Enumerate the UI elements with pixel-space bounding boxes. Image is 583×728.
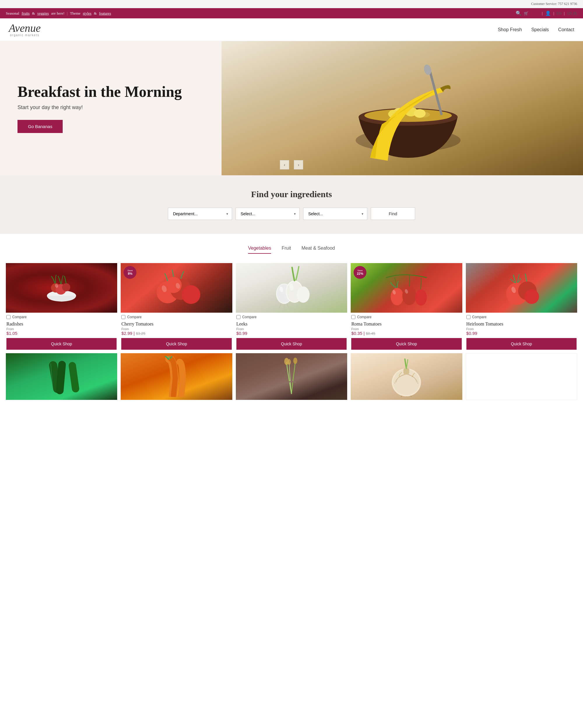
product-tabs: Vegetables Fruit Meat & Seafood (6, 245, 577, 254)
product-card-radishes: Compare Radishes From $1.05 Quick Shop (6, 263, 117, 350)
svg-rect-41 (68, 362, 80, 393)
department-select[interactable]: Department... (168, 208, 232, 220)
search-icon: 🔍 (516, 11, 522, 16)
find-button[interactable]: Find (371, 207, 415, 220)
roma-tomatoes-compare-checkbox[interactable] (351, 315, 355, 319)
heirloom-tomatoes-price: $0.99 (466, 331, 577, 336)
cherry-tomatoes-price: $2.99 | $3.25 (121, 331, 231, 336)
separator3: | (553, 11, 554, 16)
product-card-carrots (121, 353, 232, 400)
heirloom-tomatoes-from: From (466, 327, 577, 331)
select1[interactable]: Select... (235, 208, 300, 220)
ingredients-form: Department... Select... Select... Find (9, 207, 574, 220)
leeks-svg (271, 266, 312, 310)
cherry-tomatoes-compare-label: Compare (127, 315, 141, 319)
leeks-compare: Compare (237, 313, 346, 320)
promo-bar: Seasonal fruits & veggies are here! | Th… (0, 8, 583, 18)
radishes-compare-checkbox[interactable] (6, 315, 10, 319)
user-icon: 👤 (545, 11, 551, 16)
radishes-from: From (6, 327, 117, 331)
cucumbers-bg (6, 353, 117, 400)
cherry-tomatoes-compare-checkbox[interactable] (121, 315, 126, 319)
hero-section: Breakfast in the Morning Start your day … (0, 41, 583, 175)
heirloom-tomatoes-compare: Compare (466, 313, 577, 320)
separator1: | (67, 11, 67, 16)
cherry-tomatoes-compare: Compare (121, 313, 231, 320)
cherry-tomatoes-quick-shop-button[interactable]: Quick Shop (121, 338, 231, 350)
seasonal-text: Seasonal (6, 11, 19, 16)
select1-wrap: Select... (235, 208, 300, 220)
radishes-price: $1.05 (6, 331, 117, 336)
features-link[interactable]: features (99, 11, 111, 16)
select2-wrap: Select... (303, 208, 367, 220)
theme-text: Theme (70, 11, 80, 16)
heirloom-tomatoes-compare-checkbox[interactable] (466, 315, 470, 319)
cart-price: $0 (535, 11, 539, 16)
roma-tomatoes-price: $0.35 | $0.45 (351, 331, 462, 336)
select2[interactable]: Select... (303, 208, 367, 220)
leeks-quick-shop-button[interactable]: Quick Shop (237, 338, 346, 350)
radishes-image (6, 263, 117, 313)
user-button[interactable]: 👤 (545, 10, 551, 16)
product-card-roma-tomatoes: Save 22% (351, 263, 462, 350)
currency-button[interactable]: US ($) (567, 11, 577, 16)
cart-icon: 🛒 (524, 11, 528, 16)
product-card-onions (351, 353, 462, 400)
styles-link[interactable]: styles (83, 11, 91, 16)
carrots-svg (158, 356, 196, 397)
carrots-image (121, 353, 232, 400)
and2: & (94, 11, 97, 16)
hero-image (222, 41, 583, 175)
product-card-heirloom-tomatoes: Compare Heirloom Tomatoes From $0.99 Qui… (466, 263, 577, 350)
cart-info: 🛒 0 • $0 (524, 11, 539, 16)
ingredients-section: Find your ingredients Department... Sele… (0, 175, 583, 234)
tab-fruit[interactable]: Fruit (282, 245, 291, 254)
nav-contact[interactable]: Contact (558, 27, 574, 32)
logo[interactable]: Avenue organic markets (9, 23, 41, 37)
tab-vegetables[interactable]: Vegetables (248, 245, 271, 254)
product-card-cherry-tomatoes: Save 8% (121, 263, 232, 350)
fruits-link[interactable]: fruits (22, 11, 29, 16)
search-button[interactable]: 🔍 (516, 10, 522, 16)
department-select-wrap: Department... (168, 208, 232, 220)
customer-service-text: Customer Service: 757 621 9736 (531, 2, 577, 6)
cherry-tomatoes-original-price: $3.25 (136, 331, 145, 336)
leeks-compare-checkbox[interactable] (237, 315, 241, 319)
radishes-compare: Compare (6, 313, 117, 320)
svg-point-15 (62, 283, 70, 291)
products-section: Vegetables Fruit Meat & Seafood (0, 234, 583, 412)
herbs-bg (236, 353, 347, 400)
cherry-tomatoes-from: From (121, 327, 231, 331)
hero-svg (329, 47, 475, 170)
herbs-image (236, 353, 347, 400)
veggies-link[interactable]: veggies (37, 11, 49, 16)
nav-shop-fresh[interactable]: Shop Fresh (498, 27, 522, 32)
radishes-compare-label: Compare (12, 315, 27, 319)
tab-meat-seafood[interactable]: Meat & Seafood (301, 245, 335, 254)
hero-subtitle: Start your day the right way! (18, 104, 245, 110)
svg-point-44 (287, 359, 291, 365)
heirloom-tomatoes-svg (501, 266, 542, 310)
svg-point-32 (415, 289, 427, 306)
carrots-bg (121, 353, 232, 400)
radishes-bg (6, 263, 117, 313)
main-nav: Shop Fresh Specials Contact (498, 27, 574, 32)
hero-prev-button[interactable]: ‹ (280, 160, 289, 170)
cart-count: 0 (530, 11, 532, 16)
language-button[interactable]: EN (556, 11, 561, 16)
radishes-quick-shop-button[interactable]: Quick Shop (6, 338, 117, 350)
hero-cta-button[interactable]: Go Bananas (18, 120, 63, 133)
nav-specials[interactable]: Specials (531, 27, 549, 32)
radishes-name: Radishes (6, 321, 117, 327)
product-card-leeks: Compare Leeks From $0.99 Quick Shop (236, 263, 347, 350)
hero-next-button[interactable]: › (294, 160, 303, 170)
product-grid-row1: Compare Radishes From $1.05 Quick Shop S… (6, 263, 577, 350)
svg-rect-47 (404, 368, 409, 374)
svg-point-19 (182, 285, 200, 304)
hero-navigation: ‹ › (280, 160, 303, 170)
roma-tomatoes-quick-shop-button[interactable]: Quick Shop (351, 338, 462, 350)
separator2: | (542, 11, 543, 16)
heirloom-tomatoes-quick-shop-button[interactable]: Quick Shop (466, 338, 577, 350)
onions-image (351, 353, 462, 400)
svg-point-27 (297, 286, 310, 303)
